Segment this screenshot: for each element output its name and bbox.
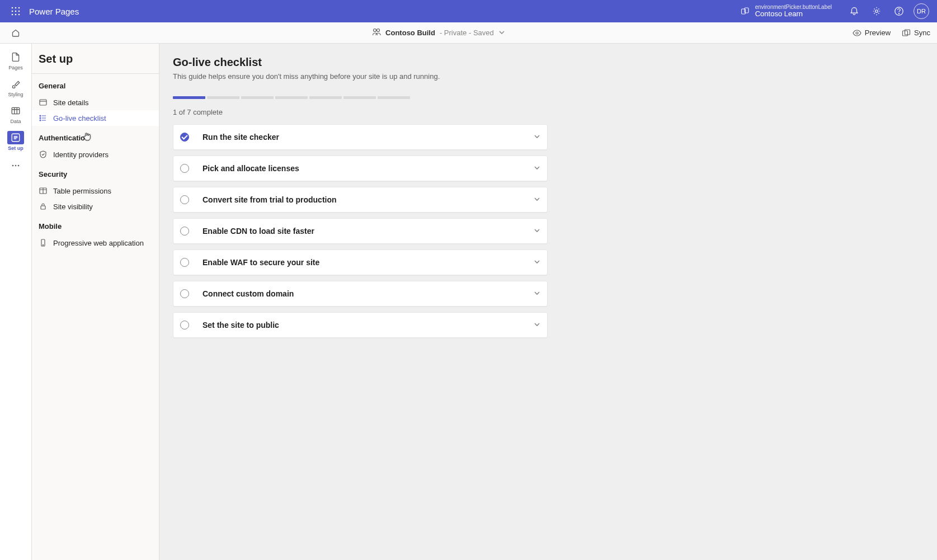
- pages-icon: [7, 50, 24, 64]
- svg-point-16: [856, 32, 858, 34]
- progress-bar: [173, 96, 924, 99]
- checklist-card-title: Run the site checker: [203, 133, 534, 142]
- chevron-down-icon: [534, 289, 540, 298]
- site-icon: [372, 27, 381, 38]
- sidebar-item-label: Table permissions: [53, 187, 111, 195]
- sidebar-item-label: Site details: [53, 98, 89, 107]
- rail-item-label: Data: [10, 119, 21, 124]
- app-launcher-icon[interactable]: [4, 0, 27, 22]
- checklist-card[interactable]: Convert site from trial to production: [173, 187, 548, 213]
- svg-point-21: [12, 165, 14, 167]
- rail-item-label: Styling: [8, 92, 23, 97]
- checklist-icon: [39, 114, 48, 123]
- preview-button[interactable]: Preview: [853, 29, 891, 37]
- checklist-card-title: Enable WAF to secure your site: [203, 258, 534, 267]
- sidebar-item-site-visibility[interactable]: Site visibility: [32, 199, 159, 214]
- sidebar-item-label: Go-live checklist: [53, 114, 106, 123]
- help-icon[interactable]: [888, 0, 910, 22]
- sidebar-item-label: Identity providers: [53, 150, 109, 159]
- nav-rail: Pages Styling Data Set up: [0, 44, 32, 560]
- rail-item-data[interactable]: Data: [0, 101, 31, 128]
- chevron-down-icon: [534, 321, 540, 330]
- sidebar-item-label: Progressive web application: [53, 239, 144, 247]
- checklist-card[interactable]: Enable CDN to load site faster: [173, 218, 548, 244]
- rail-item-setup[interactable]: Set up: [0, 128, 31, 154]
- section-security: Security: [32, 162, 159, 183]
- check-icon: [180, 133, 189, 142]
- sync-button[interactable]: Sync: [902, 29, 930, 37]
- avatar-initials: DR: [917, 8, 926, 15]
- rail-item-label: Pages: [8, 65, 23, 70]
- checklist-card-title: Connect custom domain: [203, 289, 534, 298]
- svg-point-2: [18, 7, 20, 9]
- svg-point-15: [377, 29, 380, 32]
- chevron-down-icon: [498, 29, 505, 37]
- checklist-card[interactable]: Run the site checker: [173, 124, 548, 150]
- svg-point-3: [12, 11, 13, 12]
- sidebar-title: Set up: [32, 44, 159, 74]
- sidebar-item-label: Site visibility: [53, 203, 93, 211]
- eye-icon: [853, 29, 861, 37]
- empty-circle-icon: [180, 195, 189, 204]
- checklist-card-title: Enable CDN to load site faster: [203, 227, 534, 236]
- environment-picker[interactable]: environmentPicker.buttonLabel Contoso Le…: [735, 4, 843, 18]
- preview-button-label: Preview: [865, 29, 891, 37]
- sidebar-item-identity-providers[interactable]: Identity providers: [32, 147, 159, 162]
- site-picker[interactable]: Contoso Build - Private - Saved: [25, 27, 853, 38]
- svg-point-7: [15, 14, 17, 16]
- chevron-down-icon: [534, 227, 540, 236]
- home-icon[interactable]: [7, 24, 25, 42]
- setup-icon: [7, 131, 24, 144]
- content-area: Go-live checklist This guide helps ensur…: [159, 44, 937, 560]
- chevron-down-icon: [534, 133, 540, 142]
- progress-segment: [207, 96, 239, 99]
- data-icon: [7, 104, 24, 117]
- rail-item-styling[interactable]: Styling: [0, 74, 31, 101]
- checklist-card[interactable]: Enable WAF to secure your site: [173, 250, 548, 275]
- progress-segment: [275, 96, 308, 99]
- svg-rect-24: [40, 100, 46, 105]
- checklist-card[interactable]: Connect custom domain: [173, 281, 548, 307]
- environment-name: Contoso Learn: [755, 10, 832, 18]
- settings-icon[interactable]: [865, 0, 888, 22]
- sync-button-label: Sync: [914, 29, 930, 37]
- sidebar-item-go-live-checklist[interactable]: Go-live checklist: [32, 110, 159, 126]
- lock-icon: [39, 202, 48, 211]
- svg-point-23: [18, 165, 20, 167]
- rail-item-pages[interactable]: Pages: [0, 47, 31, 74]
- checklist-card[interactable]: Set the site to public: [173, 312, 548, 338]
- svg-point-4: [15, 11, 17, 12]
- overflow-icon[interactable]: [0, 154, 31, 177]
- empty-circle-icon: [180, 321, 189, 330]
- rail-item-label: Set up: [8, 145, 23, 151]
- svg-rect-29: [41, 206, 45, 209]
- section-general: General: [32, 74, 159, 95]
- avatar[interactable]: DR: [914, 3, 929, 19]
- empty-circle-icon: [180, 258, 189, 267]
- checklist-card-title: Convert site from trial to production: [203, 195, 534, 204]
- progress-segment: [173, 96, 205, 99]
- sync-icon: [902, 29, 911, 37]
- svg-point-22: [15, 165, 17, 167]
- svg-point-31: [43, 244, 43, 245]
- progress-segment: [309, 96, 342, 99]
- ribbon: Contoso Build - Private - Saved Preview …: [0, 22, 937, 44]
- top-bar: Power Pages environmentPicker.buttonLabe…: [0, 0, 937, 22]
- chevron-down-icon: [534, 195, 540, 204]
- sidebar-item-table-permissions[interactable]: Table permissions: [32, 183, 159, 199]
- chevron-down-icon: [534, 164, 540, 173]
- chevron-down-icon: [534, 258, 540, 267]
- section-mobile: Mobile: [32, 214, 159, 235]
- svg-point-14: [374, 29, 376, 32]
- checklist-card[interactable]: Pick and allocate licenses: [173, 156, 548, 181]
- site-name: Contoso Build: [385, 29, 435, 37]
- sidebar-item-site-details[interactable]: Site details: [32, 95, 159, 110]
- checklist-card-title: Set the site to public: [203, 321, 534, 330]
- app-title: Power Pages: [27, 7, 79, 16]
- svg-point-25: [40, 115, 41, 116]
- notifications-icon[interactable]: [843, 0, 865, 22]
- sidebar: Set up General Site details Go-live chec…: [32, 44, 159, 560]
- svg-point-26: [40, 117, 41, 119]
- sidebar-item-pwa[interactable]: Progressive web application: [32, 235, 159, 251]
- environment-icon: [741, 7, 750, 16]
